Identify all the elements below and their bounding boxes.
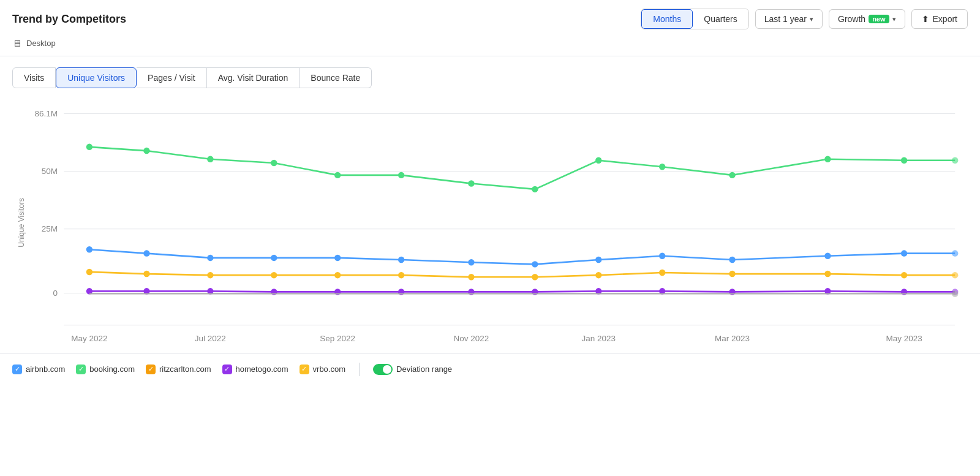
svg-point-49	[398, 272, 404, 278]
svg-point-55	[824, 271, 831, 277]
svg-point-30	[86, 246, 92, 252]
metric-tabs: Visits Unique Visitors Pages / Visit Avg…	[0, 56, 980, 88]
svg-point-32	[207, 255, 213, 261]
svg-point-37	[532, 261, 538, 267]
legend-deviation-label: Deviation range	[396, 365, 452, 374]
svg-point-31	[143, 250, 149, 256]
svg-point-46	[207, 272, 213, 278]
svg-point-25	[659, 164, 665, 170]
chart-wrap: Unique Visitors 86.1M 50M 25M 0 May 2022…	[12, 94, 968, 351]
quarters-button[interactable]: Quarters	[693, 9, 748, 29]
line-chart: 86.1M 50M 25M 0 May 2022 Jul 2022 Sep 20…	[26, 94, 968, 351]
page-header: Trend by Competitors Months Quarters Las…	[0, 0, 980, 36]
period-toggle: Months Quarters	[641, 9, 748, 29]
y-axis-label: Unique Visitors	[12, 94, 26, 351]
svg-point-42	[901, 250, 907, 256]
svg-text:Nov 2022: Nov 2022	[454, 334, 489, 343]
svg-point-19	[271, 160, 277, 166]
last-year-dropdown[interactable]: Last 1 year ▾	[755, 9, 823, 29]
svg-point-27	[824, 156, 831, 162]
svg-point-40	[729, 257, 735, 263]
svg-point-57	[952, 272, 958, 278]
deviation-toggle[interactable]	[373, 364, 393, 375]
svg-point-51	[532, 274, 538, 280]
tab-bounce-rate[interactable]: Bounce Rate	[300, 67, 372, 88]
svg-point-23	[532, 186, 538, 192]
svg-point-43	[952, 250, 958, 256]
svg-text:Mar 2023: Mar 2023	[715, 334, 750, 343]
legend-ritzcarlton[interactable]: ✓ ritzcarlton.com	[146, 365, 211, 374]
chevron-down-icon: ▾	[810, 15, 813, 23]
svg-point-26	[729, 172, 735, 178]
svg-point-53	[659, 270, 665, 276]
booking-check-icon: ✓	[76, 365, 86, 374]
svg-point-44	[86, 269, 92, 275]
svg-point-50	[468, 274, 474, 280]
tab-visits[interactable]: Visits	[12, 67, 56, 88]
legend-booking-label: booking.com	[89, 365, 135, 374]
svg-text:86.1M: 86.1M	[34, 109, 58, 118]
svg-text:May 2023: May 2023	[886, 334, 922, 343]
svg-point-22	[468, 180, 474, 186]
svg-text:May 2022: May 2022	[71, 334, 107, 343]
export-button[interactable]: ⬆ Export	[911, 9, 968, 29]
svg-point-20	[334, 172, 341, 178]
hometogo-check-icon: ✓	[222, 365, 232, 374]
legend-deviation[interactable]: Deviation range	[373, 364, 452, 375]
svg-text:0: 0	[53, 289, 58, 298]
svg-text:Jul 2022: Jul 2022	[195, 334, 226, 343]
airbnb-check-icon: ✓	[12, 365, 22, 374]
svg-point-28	[901, 157, 907, 164]
chevron-down-icon: ▾	[892, 15, 896, 23]
svg-point-35	[398, 257, 404, 263]
svg-point-21	[398, 172, 404, 178]
svg-point-47	[271, 272, 277, 278]
legend-vrbo-label: vrbo.com	[313, 365, 345, 374]
legend-hometogo[interactable]: ✓ hometogo.com	[222, 365, 288, 374]
tab-unique-visitors[interactable]: Unique Visitors	[56, 67, 137, 88]
svg-point-34	[334, 255, 341, 261]
months-button[interactable]: Months	[641, 9, 693, 29]
svg-text:Jan 2023: Jan 2023	[581, 334, 616, 343]
svg-point-45	[143, 271, 149, 277]
svg-point-38	[595, 257, 601, 263]
svg-point-36	[468, 259, 474, 265]
chart-legend: ✓ airbnb.com ✓ booking.com ✓ ritzcarlton…	[0, 353, 980, 385]
legend-vrbo[interactable]: ✓ vrbo.com	[300, 365, 345, 374]
svg-text:50M: 50M	[42, 167, 58, 176]
svg-point-24	[595, 157, 601, 164]
ritzcarlton-check-icon: ✓	[146, 365, 156, 374]
svg-text:Sep 2022: Sep 2022	[320, 334, 355, 343]
svg-point-33	[271, 255, 277, 261]
svg-point-56	[901, 272, 907, 278]
tab-avg-visit[interactable]: Avg. Visit Duration	[207, 67, 300, 88]
legend-hometogo-label: hometogo.com	[236, 365, 288, 374]
svg-point-39	[659, 253, 665, 259]
page-title: Trend by Competitors	[12, 13, 126, 26]
vrbo-check-icon: ✓	[300, 365, 309, 374]
toggle-thumb	[383, 365, 391, 374]
svg-point-41	[824, 253, 831, 259]
legend-separator	[359, 363, 360, 376]
desktop-icon: 🖥	[12, 38, 21, 48]
svg-point-16	[86, 144, 92, 150]
legend-airbnb[interactable]: ✓ airbnb.com	[12, 365, 65, 374]
legend-booking[interactable]: ✓ booking.com	[76, 365, 135, 374]
svg-point-17	[143, 148, 149, 154]
chart-area: Unique Visitors 86.1M 50M 25M 0 May 2022…	[0, 88, 980, 351]
svg-text:25M: 25M	[42, 224, 58, 233]
svg-point-48	[334, 272, 341, 278]
svg-point-52	[595, 272, 601, 278]
svg-point-72	[952, 290, 958, 297]
legend-airbnb-label: airbnb.com	[26, 365, 65, 374]
tab-pages-visit[interactable]: Pages / Visit	[137, 67, 207, 88]
svg-point-29	[952, 157, 958, 164]
growth-dropdown[interactable]: Growth new ▾	[829, 9, 905, 29]
sub-header: 🖥 Desktop	[0, 36, 980, 56]
svg-point-18	[207, 156, 213, 162]
svg-point-54	[729, 271, 735, 277]
header-controls: Months Quarters Last 1 year ▾ Growth new…	[641, 9, 968, 29]
legend-ritzcarlton-label: ritzcarlton.com	[159, 365, 211, 374]
export-icon: ⬆	[922, 14, 929, 24]
